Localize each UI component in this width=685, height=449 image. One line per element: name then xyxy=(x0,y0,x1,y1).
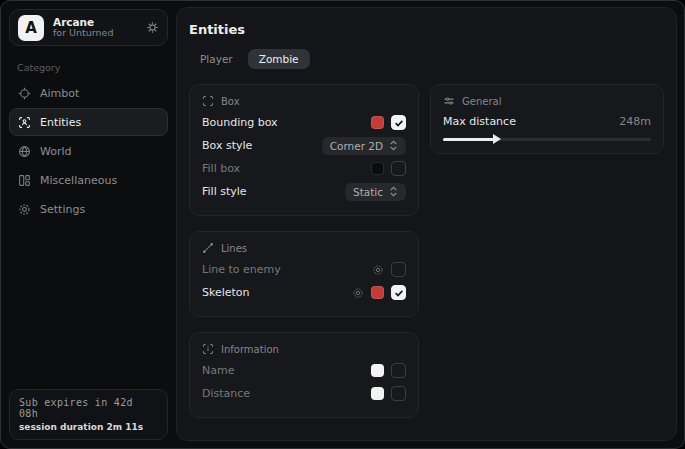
slider-thumb[interactable] xyxy=(493,134,501,144)
sidebar-item-world[interactable]: World xyxy=(9,137,168,165)
sidebar-nav: Aimbot Entities xyxy=(9,79,168,223)
information-card-title: Information xyxy=(221,344,279,355)
main-panel: Entities Player Zombie Box xyxy=(176,7,677,441)
lines-card: Lines Line to enemy xyxy=(189,231,419,317)
gear-icon[interactable] xyxy=(372,264,384,276)
color-swatch[interactable] xyxy=(371,116,384,129)
setting-row-bounding-box: Bounding box xyxy=(202,111,406,134)
general-card: General Max distance 248m xyxy=(430,84,664,154)
setting-label: Fill style xyxy=(202,185,345,198)
info-brackets-icon xyxy=(202,343,214,355)
gear-icon[interactable] xyxy=(352,287,364,299)
brand-card: A Arcane for Unturned xyxy=(9,9,168,46)
setting-row-distance: Distance xyxy=(202,382,406,405)
sliders-icon xyxy=(443,95,455,107)
chevrons-up-down-icon xyxy=(389,186,398,197)
setting-row-name: Name xyxy=(202,359,406,382)
fill-style-dropdown[interactable]: Static xyxy=(345,183,406,201)
app-window: A Arcane for Unturned Category xyxy=(0,0,685,449)
information-card-header: Information xyxy=(202,343,406,355)
box-style-dropdown[interactable]: Corner 2D xyxy=(322,137,406,155)
checkbox-unchecked[interactable] xyxy=(391,386,406,401)
box-card-header: Box xyxy=(202,95,406,107)
setting-row-max-distance: Max distance 248m xyxy=(443,111,651,131)
category-label: Category xyxy=(17,62,168,73)
sidebar-item-settings[interactable]: Settings xyxy=(9,195,168,223)
setting-label: Skeleton xyxy=(202,286,352,299)
app-subtitle: for Unturned xyxy=(53,28,137,39)
setting-row-skeleton: Skeleton xyxy=(202,281,406,304)
sub-expiry-text: Sub expires in 42d 08h xyxy=(19,397,158,419)
scan-brackets-icon xyxy=(202,95,214,107)
content-columns: Box Bounding box Box style xyxy=(189,84,664,418)
slider-fill xyxy=(443,138,495,141)
sidebar-item-entities[interactable]: Entities xyxy=(9,108,168,136)
dropdown-value: Static xyxy=(353,186,383,198)
color-swatch[interactable] xyxy=(371,364,384,377)
setting-label: Bounding box xyxy=(202,116,371,129)
layout-grid-icon xyxy=(18,174,31,187)
tab-zombie[interactable]: Zombie xyxy=(248,49,310,69)
chevrons-up-down-icon xyxy=(389,140,398,151)
max-distance-slider[interactable] xyxy=(443,138,651,141)
sidebar-item-label: Entities xyxy=(40,116,81,129)
setting-row-line-to-enemy: Line to enemy xyxy=(202,258,406,281)
setting-label: Box style xyxy=(202,139,322,152)
color-swatch[interactable] xyxy=(371,162,384,175)
checkbox-unchecked[interactable] xyxy=(391,161,406,176)
information-card: Information Name Distance xyxy=(189,332,419,418)
sidebar-item-label: World xyxy=(40,145,72,158)
subscription-status-card: Sub expires in 42d 08h session duration … xyxy=(9,389,168,440)
color-swatch[interactable] xyxy=(371,286,384,299)
setting-label: Line to enemy xyxy=(202,263,372,276)
left-column: Box Bounding box Box style xyxy=(189,84,419,418)
sidebar-item-label: Aimbot xyxy=(40,87,79,100)
setting-row-fill-box: Fill box xyxy=(202,157,406,180)
entities-icon xyxy=(18,116,31,129)
checkbox-unchecked[interactable] xyxy=(391,262,406,277)
checkbox-unchecked[interactable] xyxy=(391,363,406,378)
setting-row-fill-style: Fill style Static xyxy=(202,180,406,203)
sidebar-item-label: Settings xyxy=(40,203,85,216)
setting-label: Max distance xyxy=(443,115,619,128)
dropdown-value: Corner 2D xyxy=(330,140,383,152)
gear-icon xyxy=(18,203,31,216)
setting-label: Distance xyxy=(202,387,371,400)
right-column: General Max distance 248m xyxy=(430,84,664,154)
sidebar-item-miscellaneous[interactable]: Miscellaneous xyxy=(9,166,168,194)
box-card-title: Box xyxy=(221,96,240,107)
color-swatch[interactable] xyxy=(371,387,384,400)
setting-row-box-style: Box style Corner 2D xyxy=(202,134,406,157)
general-card-header: General xyxy=(443,95,651,107)
lines-card-title: Lines xyxy=(221,243,247,254)
session-duration-text: session duration 2m 11s xyxy=(19,422,158,432)
setting-label: Fill box xyxy=(202,162,371,175)
app-logo: A xyxy=(18,15,44,41)
gear-icon[interactable] xyxy=(146,21,159,34)
setting-label: Name xyxy=(202,364,371,377)
max-distance-value: 248m xyxy=(619,115,651,128)
diagonal-line-icon xyxy=(202,242,214,254)
sidebar-item-aimbot[interactable]: Aimbot xyxy=(9,79,168,107)
checkbox-checked[interactable] xyxy=(391,285,406,300)
page-title: Entities xyxy=(189,22,664,37)
crosshair-icon xyxy=(18,87,31,100)
lines-card-header: Lines xyxy=(202,242,406,254)
globe-icon xyxy=(18,145,31,158)
box-card: Box Bounding box Box style xyxy=(189,84,419,216)
tab-player[interactable]: Player xyxy=(189,49,244,69)
checkbox-checked[interactable] xyxy=(391,115,406,130)
tab-bar: Player Zombie xyxy=(189,49,664,69)
sidebar: A Arcane for Unturned Category xyxy=(1,1,176,448)
brand-text: Arcane for Unturned xyxy=(53,16,137,39)
sidebar-item-label: Miscellaneous xyxy=(40,174,117,187)
general-card-title: General xyxy=(462,96,501,107)
